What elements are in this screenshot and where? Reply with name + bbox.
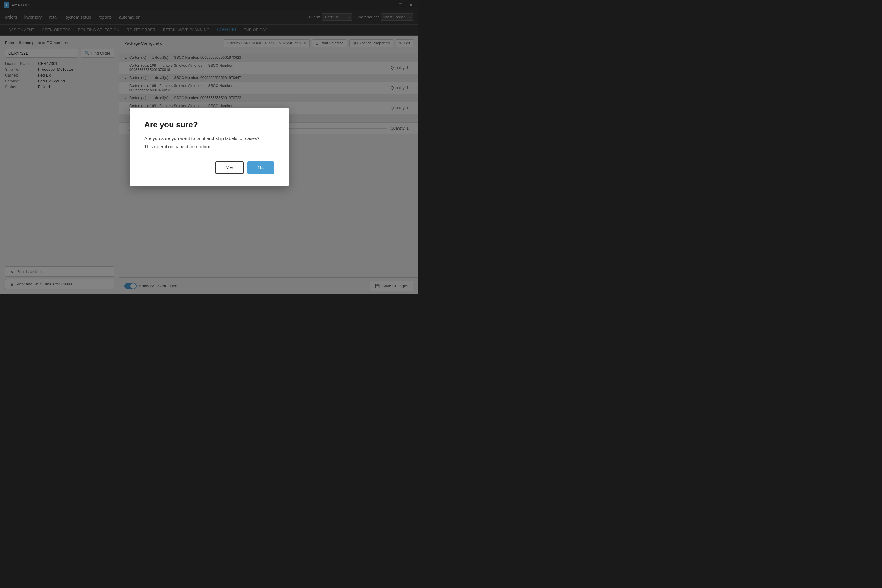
modal-warning: This operation cannot be undone. xyxy=(144,144,274,149)
modal-yes-button[interactable]: Yes xyxy=(215,161,243,174)
modal-actions: Yes No xyxy=(144,161,274,174)
confirmation-modal: Are you sure? Are you sure you want to p… xyxy=(129,108,289,186)
modal-title: Are you sure? xyxy=(144,120,274,129)
modal-body: Are you sure you want to print and ship … xyxy=(144,136,274,141)
modal-no-button[interactable]: No xyxy=(248,161,274,174)
modal-overlay: Are you sure? Are you sure you want to p… xyxy=(0,0,418,294)
